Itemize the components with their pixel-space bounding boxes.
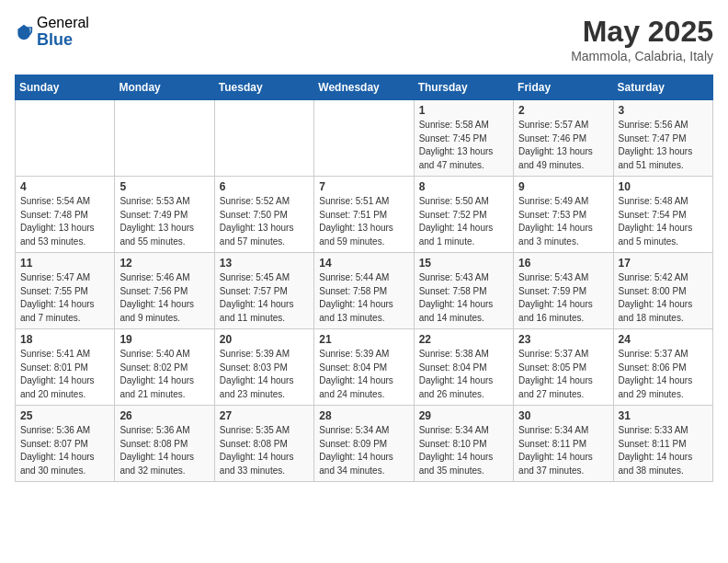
header-thursday: Thursday — [414, 75, 513, 100]
day-number: 12 — [119, 257, 209, 270]
day-info: Sunrise: 5:36 AM Sunset: 8:07 PM Dayligh… — [20, 424, 109, 477]
calendar-cell: 28Sunrise: 5:34 AM Sunset: 8:09 PM Dayli… — [314, 406, 414, 482]
calendar-cell — [16, 100, 115, 177]
page-header: General Blue May 2025 Mammola, Calabria,… — [15, 15, 713, 63]
calendar-cell: 7Sunrise: 5:51 AM Sunset: 7:51 PM Daylig… — [314, 177, 414, 253]
day-info: Sunrise: 5:37 AM Sunset: 8:06 PM Dayligh… — [619, 348, 708, 401]
day-info: Sunrise: 5:39 AM Sunset: 8:04 PM Dayligh… — [319, 348, 408, 401]
day-info: Sunrise: 5:52 AM Sunset: 7:50 PM Dayligh… — [220, 195, 309, 248]
day-info: Sunrise: 5:44 AM Sunset: 7:58 PM Dayligh… — [319, 271, 408, 325]
header-sunday: Sunday — [16, 75, 115, 100]
day-info: Sunrise: 5:39 AM Sunset: 8:03 PM Dayligh… — [220, 348, 309, 401]
day-info: Sunrise: 5:49 AM Sunset: 7:53 PM Dayligh… — [518, 195, 608, 248]
calendar-cell: 27Sunrise: 5:35 AM Sunset: 8:08 PM Dayli… — [214, 406, 313, 482]
day-info: Sunrise: 5:48 AM Sunset: 7:54 PM Dayligh… — [619, 195, 708, 248]
calendar-cell: 16Sunrise: 5:43 AM Sunset: 7:59 PM Dayli… — [514, 253, 613, 329]
calendar-header: Sunday Monday Tuesday Wednesday Thursday… — [16, 75, 713, 100]
day-number: 19 — [119, 333, 209, 346]
calendar-cell: 17Sunrise: 5:42 AM Sunset: 8:00 PM Dayli… — [613, 253, 712, 329]
day-number: 29 — [419, 409, 508, 422]
calendar-cell: 18Sunrise: 5:41 AM Sunset: 8:01 PM Dayli… — [16, 329, 115, 406]
header-saturday: Saturday — [613, 75, 712, 100]
day-number: 7 — [319, 180, 408, 193]
day-number: 9 — [518, 180, 608, 193]
logo-icon — [15, 23, 33, 41]
logo-text: General Blue — [37, 15, 89, 49]
calendar-cell: 1Sunrise: 5:58 AM Sunset: 7:45 PM Daylig… — [414, 100, 513, 177]
calendar-week-5: 25Sunrise: 5:36 AM Sunset: 8:07 PM Dayli… — [16, 406, 713, 482]
calendar-cell: 23Sunrise: 5:37 AM Sunset: 8:05 PM Dayli… — [514, 329, 613, 406]
header-tuesday: Tuesday — [214, 75, 313, 100]
calendar-cell — [314, 100, 414, 177]
day-info: Sunrise: 5:46 AM Sunset: 7:56 PM Dayligh… — [119, 271, 209, 325]
calendar-week-4: 18Sunrise: 5:41 AM Sunset: 8:01 PM Dayli… — [16, 329, 713, 406]
header-wednesday: Wednesday — [314, 75, 414, 100]
title-block: May 2025 Mammola, Calabria, Italy — [571, 15, 713, 63]
calendar-week-1: 1Sunrise: 5:58 AM Sunset: 7:45 PM Daylig… — [16, 100, 713, 177]
calendar-cell — [214, 100, 313, 177]
calendar-cell: 14Sunrise: 5:44 AM Sunset: 7:58 PM Dayli… — [314, 253, 414, 329]
day-info: Sunrise: 5:53 AM Sunset: 7:49 PM Dayligh… — [119, 195, 209, 248]
calendar-cell: 2Sunrise: 5:57 AM Sunset: 7:46 PM Daylig… — [514, 100, 613, 177]
day-info: Sunrise: 5:40 AM Sunset: 8:02 PM Dayligh… — [119, 348, 209, 401]
calendar-week-3: 11Sunrise: 5:47 AM Sunset: 7:55 PM Dayli… — [16, 253, 713, 329]
calendar-cell: 24Sunrise: 5:37 AM Sunset: 8:06 PM Dayli… — [613, 329, 712, 406]
calendar-cell: 19Sunrise: 5:40 AM Sunset: 8:02 PM Dayli… — [115, 329, 214, 406]
day-number: 30 — [518, 409, 608, 422]
day-info: Sunrise: 5:57 AM Sunset: 7:46 PM Dayligh… — [518, 119, 608, 172]
day-number: 23 — [518, 333, 608, 346]
day-info: Sunrise: 5:34 AM Sunset: 8:09 PM Dayligh… — [319, 424, 408, 477]
calendar-cell: 15Sunrise: 5:43 AM Sunset: 7:58 PM Dayli… — [414, 253, 513, 329]
day-number: 5 — [119, 180, 209, 193]
day-info: Sunrise: 5:54 AM Sunset: 7:48 PM Dayligh… — [20, 195, 109, 248]
day-number: 28 — [319, 409, 408, 422]
calendar-cell: 13Sunrise: 5:45 AM Sunset: 7:57 PM Dayli… — [214, 253, 313, 329]
calendar-cell: 30Sunrise: 5:34 AM Sunset: 8:11 PM Dayli… — [514, 406, 613, 482]
logo: General Blue — [15, 15, 89, 49]
day-number: 4 — [20, 180, 109, 193]
day-number: 24 — [619, 333, 708, 346]
calendar-cell: 11Sunrise: 5:47 AM Sunset: 7:55 PM Dayli… — [16, 253, 115, 329]
day-info: Sunrise: 5:36 AM Sunset: 8:08 PM Dayligh… — [119, 424, 209, 477]
day-info: Sunrise: 5:43 AM Sunset: 7:59 PM Dayligh… — [518, 271, 608, 325]
calendar-body: 1Sunrise: 5:58 AM Sunset: 7:45 PM Daylig… — [16, 100, 713, 482]
day-number: 20 — [220, 333, 309, 346]
day-info: Sunrise: 5:34 AM Sunset: 8:10 PM Dayligh… — [419, 424, 508, 477]
day-info: Sunrise: 5:42 AM Sunset: 8:00 PM Dayligh… — [619, 271, 708, 325]
day-number: 18 — [20, 333, 109, 346]
calendar-cell: 4Sunrise: 5:54 AM Sunset: 7:48 PM Daylig… — [16, 177, 115, 253]
day-info: Sunrise: 5:51 AM Sunset: 7:51 PM Dayligh… — [319, 195, 408, 248]
day-number: 13 — [220, 257, 309, 270]
day-info: Sunrise: 5:41 AM Sunset: 8:01 PM Dayligh… — [20, 348, 109, 401]
logo-general: General — [37, 15, 89, 31]
calendar-cell: 26Sunrise: 5:36 AM Sunset: 8:08 PM Dayli… — [115, 406, 214, 482]
day-number: 6 — [220, 180, 309, 193]
day-info: Sunrise: 5:45 AM Sunset: 7:57 PM Dayligh… — [220, 271, 309, 325]
day-number: 2 — [518, 104, 608, 117]
day-number: 15 — [419, 257, 508, 270]
day-info: Sunrise: 5:37 AM Sunset: 8:05 PM Dayligh… — [518, 348, 608, 401]
day-number: 21 — [319, 333, 408, 346]
day-info: Sunrise: 5:35 AM Sunset: 8:08 PM Dayligh… — [220, 424, 309, 477]
day-number: 1 — [419, 104, 508, 117]
header-row: Sunday Monday Tuesday Wednesday Thursday… — [16, 75, 713, 100]
calendar-table: Sunday Monday Tuesday Wednesday Thursday… — [15, 75, 713, 482]
day-info: Sunrise: 5:47 AM Sunset: 7:55 PM Dayligh… — [20, 271, 109, 325]
day-info: Sunrise: 5:58 AM Sunset: 7:45 PM Dayligh… — [419, 119, 508, 172]
day-number: 16 — [518, 257, 608, 270]
calendar-cell — [115, 100, 214, 177]
day-number: 11 — [20, 257, 109, 270]
calendar-title: May 2025 — [571, 15, 713, 49]
calendar-cell: 8Sunrise: 5:50 AM Sunset: 7:52 PM Daylig… — [414, 177, 513, 253]
day-info: Sunrise: 5:56 AM Sunset: 7:47 PM Dayligh… — [619, 119, 708, 172]
day-number: 14 — [319, 257, 408, 270]
calendar-week-2: 4Sunrise: 5:54 AM Sunset: 7:48 PM Daylig… — [16, 177, 713, 253]
calendar-cell: 20Sunrise: 5:39 AM Sunset: 8:03 PM Dayli… — [214, 329, 313, 406]
calendar-cell: 31Sunrise: 5:33 AM Sunset: 8:11 PM Dayli… — [613, 406, 712, 482]
day-info: Sunrise: 5:43 AM Sunset: 7:58 PM Dayligh… — [419, 271, 508, 325]
calendar-cell: 10Sunrise: 5:48 AM Sunset: 7:54 PM Dayli… — [613, 177, 712, 253]
calendar-cell: 3Sunrise: 5:56 AM Sunset: 7:47 PM Daylig… — [613, 100, 712, 177]
day-info: Sunrise: 5:33 AM Sunset: 8:11 PM Dayligh… — [619, 424, 708, 477]
day-number: 27 — [220, 409, 309, 422]
calendar-cell: 9Sunrise: 5:49 AM Sunset: 7:53 PM Daylig… — [514, 177, 613, 253]
